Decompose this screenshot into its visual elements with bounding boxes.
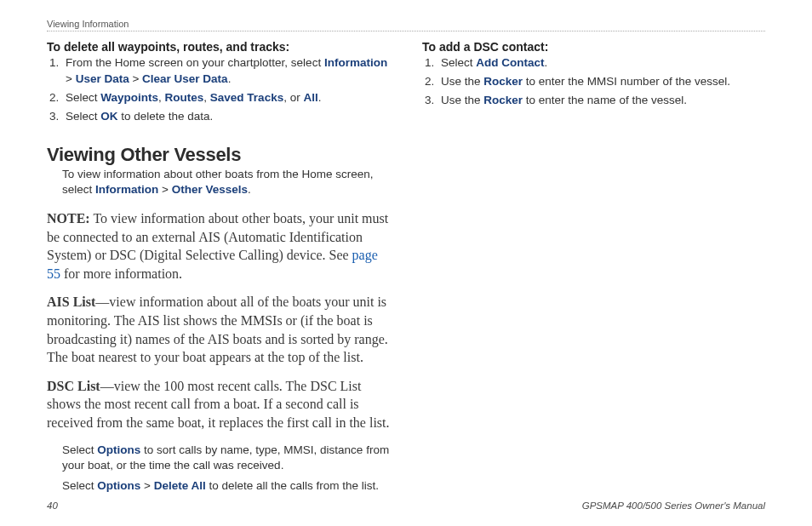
text: , or xyxy=(283,91,303,104)
add-contact-title: To add a DSC contact: xyxy=(422,40,765,54)
step-2: Select Waypoints, Routes, Saved Tracks, … xyxy=(62,90,390,106)
add-contact-steps: Select Add Contact. Use the Rocker to en… xyxy=(422,55,765,109)
text: > xyxy=(129,72,142,85)
keyword-information: Information xyxy=(95,183,158,196)
keyword-other-vessels: Other Vessels xyxy=(172,183,248,196)
text: > xyxy=(158,183,171,196)
delete-instructions-title: To delete all waypoints, routes, and tra… xyxy=(47,40,390,54)
keyword-all: All xyxy=(303,91,317,104)
ais-list-label: AIS List xyxy=(47,294,95,309)
left-column: To delete all waypoints, routes, and tra… xyxy=(47,40,390,499)
keyword-user-data: User Data xyxy=(76,72,129,85)
text: to delete all the calls from the list. xyxy=(206,479,379,492)
right-column: To add a DSC contact: Select Add Contact… xyxy=(422,40,765,499)
note-paragraph: NOTE: To view information about other bo… xyxy=(47,209,390,283)
text: , xyxy=(203,91,210,104)
text: , xyxy=(158,91,165,104)
text: Use the xyxy=(441,94,483,106)
keyword-options: Options xyxy=(97,443,140,456)
keyword-options: Options xyxy=(97,479,140,492)
step-3: Use the Rocker to enter the name of the … xyxy=(437,93,765,109)
keyword-add-contact: Add Contact xyxy=(476,56,544,69)
keyword-saved-tracks: Saved Tracks xyxy=(210,91,283,104)
step-3: Select OK to delete the data. xyxy=(62,109,390,125)
text: Select xyxy=(66,110,100,123)
dsc-list-paragraph: DSC List—view the 100 most recent calls.… xyxy=(47,377,390,432)
keyword-rocker: Rocker xyxy=(483,75,523,88)
keyword-waypoints: Waypoints xyxy=(100,91,158,104)
text: . xyxy=(248,183,251,196)
text: . xyxy=(318,91,322,104)
keyword-ok: OK xyxy=(100,110,117,123)
dsc-list-label: DSC List xyxy=(47,379,100,393)
text: Select xyxy=(62,479,97,492)
text: > xyxy=(140,479,153,492)
dsc-sub-options: Select Options to sort calls by name, ty… xyxy=(47,443,390,473)
text: Use the xyxy=(441,75,483,88)
section-header: Viewing Information xyxy=(47,19,765,31)
text: —view information about all of the boats… xyxy=(47,294,388,364)
text: Select xyxy=(62,443,97,456)
text: . xyxy=(545,56,548,69)
text: to delete the data. xyxy=(118,110,214,123)
keyword-rocker: Rocker xyxy=(483,94,523,106)
text: Select xyxy=(66,91,100,104)
text: for more information. xyxy=(60,266,182,281)
delete-steps: From the Home screen on your chartplotte… xyxy=(47,55,390,125)
text: . xyxy=(228,72,232,85)
page-footer: 40 GPSMAP 400/500 Series Owner's Manual xyxy=(47,500,765,511)
step-2: Use the Rocker to enter the MMSI number … xyxy=(437,74,765,90)
keyword-information: Information xyxy=(324,56,387,69)
text: To view information about other boats, y… xyxy=(47,211,388,262)
section-title-viewing-other-vessels: Viewing Other Vessels xyxy=(47,144,390,166)
text: Select xyxy=(441,56,476,69)
section-intro: To view information about other boats fr… xyxy=(47,167,390,197)
keyword-delete-all: Delete All xyxy=(154,479,206,492)
ais-list-paragraph: AIS List—view information about all of t… xyxy=(47,293,390,366)
text: to enter the name of the vessel. xyxy=(523,94,687,106)
page-number: 40 xyxy=(47,500,58,511)
content-columns: To delete all waypoints, routes, and tra… xyxy=(47,40,765,499)
text: to enter the MMSI number of the vessel. xyxy=(523,75,730,88)
note-label: NOTE: xyxy=(47,211,90,226)
manual-title: GPSMAP 400/500 Series Owner's Manual xyxy=(582,500,765,511)
text: > xyxy=(66,72,76,85)
keyword-routes: Routes xyxy=(165,91,204,104)
keyword-clear-user-data: Clear User Data xyxy=(142,72,228,85)
text: From the Home screen on your chartplotte… xyxy=(66,56,324,69)
step-1: From the Home screen on your chartplotte… xyxy=(62,55,390,88)
step-1: Select Add Contact. xyxy=(437,55,765,71)
dsc-sub-delete: Select Options > Delete All to delete al… xyxy=(47,478,390,494)
